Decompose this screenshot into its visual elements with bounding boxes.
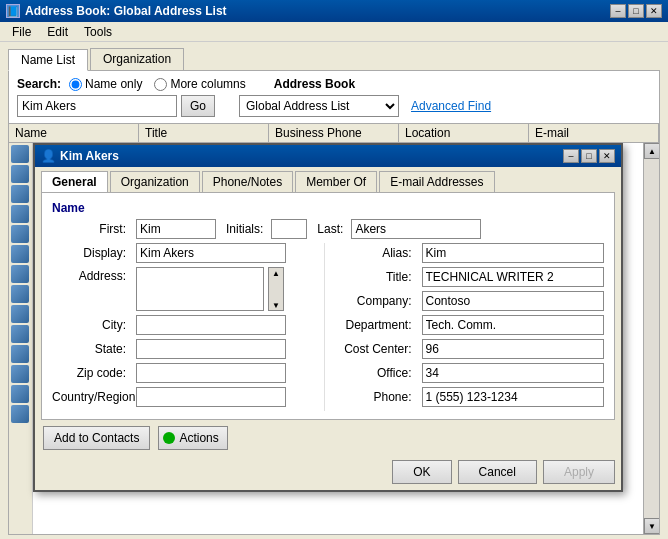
- scroll-track: [644, 159, 659, 518]
- tab-general[interactable]: General: [41, 171, 108, 192]
- list-area: ▲ ▼ 👤 Kim Akers – □ ✕ General Organizati…: [8, 143, 660, 535]
- inner-tabs: General Organization Phone/Notes Member …: [35, 167, 621, 192]
- state-label: State:: [52, 342, 132, 356]
- company-input[interactable]: [422, 291, 605, 311]
- right-column: Alias: Title: Company:: [324, 243, 605, 411]
- scroll-down-button[interactable]: ▼: [644, 518, 660, 534]
- country-input[interactable]: [136, 387, 286, 407]
- initials-label: Initials:: [226, 222, 263, 236]
- radio-more-columns[interactable]: More columns: [154, 77, 245, 91]
- display-input[interactable]: [136, 243, 286, 263]
- alias-input[interactable]: [422, 243, 605, 263]
- cancel-button[interactable]: Cancel: [458, 460, 537, 484]
- addr-scroll-up[interactable]: ▲: [269, 268, 283, 278]
- alias-label: Alias:: [333, 246, 418, 260]
- two-col-form: Display: Address: ▲ ▼: [52, 243, 604, 411]
- outer-window-controls: – □ ✕: [610, 4, 662, 18]
- inner-title-bar: 👤 Kim Akers – □ ✕: [35, 145, 621, 167]
- office-row: Office:: [333, 363, 605, 383]
- office-input[interactable]: [422, 363, 605, 383]
- tab-organization[interactable]: Organization: [110, 171, 200, 192]
- addr-scroll-track: [269, 278, 283, 301]
- search-label: Search:: [17, 77, 61, 91]
- ok-button[interactable]: OK: [392, 460, 451, 484]
- dialog-bottom-buttons: OK Cancel Apply: [35, 456, 621, 490]
- side-icon-10: [11, 325, 29, 343]
- cost-center-row: Cost Center:: [333, 339, 605, 359]
- display-row: Display:: [52, 243, 324, 263]
- advanced-find-link[interactable]: Advanced Find: [411, 99, 491, 113]
- add-to-contacts-button[interactable]: Add to Contacts: [43, 426, 150, 450]
- initials-input[interactable]: [271, 219, 307, 239]
- side-icon-3: [11, 185, 29, 203]
- search-input[interactable]: [17, 95, 177, 117]
- inner-close-button[interactable]: ✕: [599, 149, 615, 163]
- zip-input[interactable]: [136, 363, 286, 383]
- contact-detail-dialog: 👤 Kim Akers – □ ✕ General Organization P…: [33, 143, 623, 492]
- radio-name-only[interactable]: Name only: [69, 77, 142, 91]
- city-label: City:: [52, 318, 132, 332]
- title-input[interactable]: [422, 267, 605, 287]
- col-business-phone: Business Phone: [269, 124, 399, 142]
- col-location: Location: [399, 124, 529, 142]
- outer-maximize-button[interactable]: □: [628, 4, 644, 18]
- list-scrollbar[interactable]: ▲ ▼: [643, 143, 659, 534]
- app-icon: 📘: [6, 4, 20, 18]
- address-row: Address: ▲ ▼: [52, 267, 324, 311]
- inner-window-controls: – □ ✕: [563, 149, 615, 163]
- menu-bar: File Edit Tools: [0, 22, 668, 42]
- actions-button[interactable]: Actions: [158, 426, 227, 450]
- tab-name-list[interactable]: Name List: [8, 49, 88, 71]
- last-name-input[interactable]: [351, 219, 481, 239]
- tab-organization[interactable]: Organization: [90, 48, 184, 70]
- side-icon-6: [11, 245, 29, 263]
- address-book-label: Address Book: [274, 77, 355, 91]
- office-label: Office:: [333, 366, 418, 380]
- inner-maximize-button[interactable]: □: [581, 149, 597, 163]
- col-name: Name: [9, 124, 139, 142]
- department-input[interactable]: [422, 315, 605, 335]
- side-icon-5: [11, 225, 29, 243]
- state-row: State:: [52, 339, 324, 359]
- zip-label: Zip code:: [52, 366, 132, 380]
- cost-center-input[interactable]: [422, 339, 605, 359]
- column-headers: Name Title Business Phone Location E-mai…: [8, 124, 660, 143]
- address-book-dropdown[interactable]: Global Address List: [239, 95, 399, 117]
- outer-window-title: Address Book: Global Address List: [25, 4, 610, 18]
- tab-email-addresses[interactable]: E-mail Addresses: [379, 171, 494, 192]
- contact-form: Name First: Initials: Last: Dis: [41, 192, 615, 420]
- tab-phone-notes[interactable]: Phone/Notes: [202, 171, 293, 192]
- state-input[interactable]: [136, 339, 286, 359]
- country-label: Country/Region:: [52, 390, 132, 404]
- scroll-up-button[interactable]: ▲: [644, 143, 660, 159]
- address-input[interactable]: [136, 267, 264, 311]
- menu-tools[interactable]: Tools: [76, 23, 120, 41]
- search-section: Search: Name only More columns Address B…: [8, 70, 660, 124]
- phone-row: Phone:: [333, 387, 605, 407]
- country-row: Country/Region:: [52, 387, 324, 407]
- outer-close-button[interactable]: ✕: [646, 4, 662, 18]
- side-icon-14: [11, 405, 29, 423]
- display-label: Display:: [52, 246, 132, 260]
- contact-icon: 👤: [41, 149, 55, 163]
- addr-scroll-down[interactable]: ▼: [269, 301, 283, 310]
- side-icon-13: [11, 385, 29, 403]
- go-button[interactable]: Go: [181, 95, 215, 117]
- outer-minimize-button[interactable]: –: [610, 4, 626, 18]
- col-title: Title: [139, 124, 269, 142]
- dialog-actions: Add to Contacts Actions: [35, 420, 621, 456]
- tab-member-of[interactable]: Member Of: [295, 171, 377, 192]
- city-input[interactable]: [136, 315, 286, 335]
- phone-input[interactable]: [422, 387, 605, 407]
- name-section-label: Name: [52, 201, 604, 215]
- side-icon-1: [11, 145, 29, 163]
- col-email: E-mail: [529, 124, 659, 142]
- search-radio-group: Name only More columns: [69, 77, 246, 91]
- menu-file[interactable]: File: [4, 23, 39, 41]
- first-name-input[interactable]: [136, 219, 216, 239]
- side-icon-8: [11, 285, 29, 303]
- company-label: Company:: [333, 294, 418, 308]
- menu-edit[interactable]: Edit: [39, 23, 76, 41]
- inner-minimize-button[interactable]: –: [563, 149, 579, 163]
- apply-button[interactable]: Apply: [543, 460, 615, 484]
